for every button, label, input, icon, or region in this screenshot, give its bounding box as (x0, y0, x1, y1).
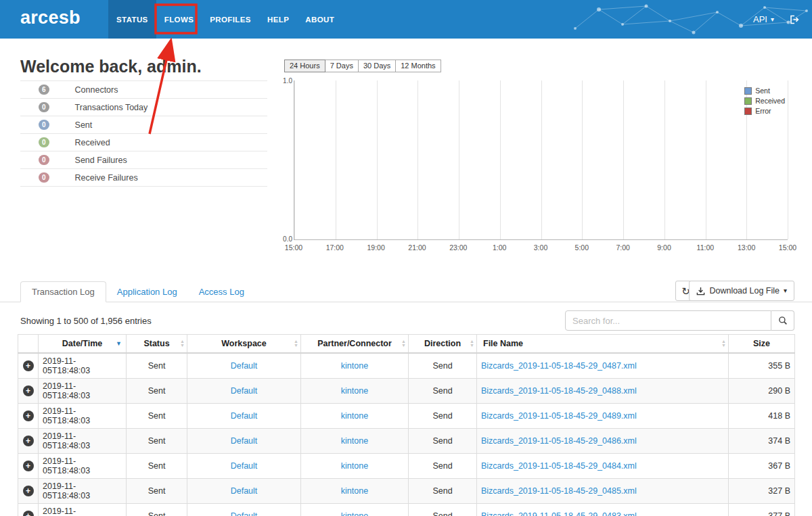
log-tab[interactable]: Application Log (106, 281, 188, 302)
download-log-button[interactable]: Download Log File ▾ (689, 281, 794, 301)
filename-cell: Bizcards_2019-11-05-18-45-29_0485.xml (477, 479, 729, 504)
expand-cell[interactable]: + (18, 504, 39, 516)
header-workspace[interactable]: Workspace ▲▼ (187, 335, 301, 354)
expand-cell[interactable]: + (18, 454, 39, 479)
expand-cell[interactable]: + (18, 379, 39, 404)
file-link[interactable]: Bizcards_2019-11-05-18-45-29_0488.xml (481, 386, 637, 396)
workspace-link[interactable]: Default (231, 511, 258, 516)
log-tab[interactable]: Transaction Log (20, 281, 106, 302)
x-axis-tick-label: 7:00 (616, 243, 629, 252)
direction-cell: Send (409, 379, 477, 404)
expand-cell[interactable]: + (18, 429, 39, 454)
partner-link[interactable]: kintone (341, 411, 368, 421)
expand-row-icon[interactable]: + (23, 411, 34, 421)
nav-item[interactable]: FLOWS (156, 0, 202, 39)
status-cell: Sent (127, 404, 187, 429)
expand-cell[interactable]: + (18, 479, 39, 504)
file-link[interactable]: Bizcards_2019-11-05-18-45-29_0486.xml (481, 436, 637, 446)
chart-legend: Sent Received Error (744, 87, 785, 117)
range-tab[interactable]: 24 Hours (284, 60, 325, 72)
transaction-log-table: Date/Time ▼ Status ▲▼ Workspace ▲▼ Partn… (18, 334, 795, 516)
expand-row-icon[interactable]: + (23, 385, 34, 396)
search-input[interactable] (565, 310, 771, 331)
stat-label: Sent (75, 120, 93, 130)
logout-button[interactable] (789, 14, 800, 25)
expand-row-icon[interactable]: + (23, 461, 34, 471)
header-file-name[interactable]: File Name ▲▼ (477, 335, 729, 354)
sort-icon[interactable]: ▲▼ (470, 339, 474, 348)
workspace-link[interactable]: Default (231, 486, 258, 496)
table-row: + 2019-11-05T18:48:03 Sent Default kinto… (18, 353, 795, 379)
header-size[interactable]: Size (729, 335, 795, 354)
header-status[interactable]: Status ▲▼ (127, 335, 187, 354)
brand-logo[interactable]: arcesb (20, 7, 81, 28)
expand-cell[interactable]: + (18, 404, 39, 429)
workspace-link[interactable]: Default (231, 411, 258, 421)
sort-icon[interactable]: ▲▼ (721, 339, 726, 348)
nav-item[interactable]: ABOUT (297, 0, 342, 39)
header-label: Workspace (221, 339, 266, 348)
api-menu[interactable]: API ▾ (753, 14, 774, 24)
stat-badge: 0 (39, 137, 49, 147)
partner-link[interactable]: kintone (341, 436, 368, 446)
size-cell: 290 B (729, 379, 795, 404)
range-tab[interactable]: 30 Days (358, 60, 396, 72)
legend-swatch (744, 97, 752, 105)
sort-icon[interactable]: ▲▼ (294, 339, 298, 348)
chart-gridline (664, 80, 665, 239)
x-axis-tick-label: 21:00 (408, 243, 426, 252)
x-axis-tick-label: 11:00 (697, 243, 715, 252)
sort-icon[interactable]: ▲▼ (401, 339, 406, 348)
filename-cell: Bizcards_2019-11-05-18-45-29_0487.xml (477, 353, 729, 379)
size-cell: 418 B (729, 404, 795, 429)
direction-cell: Send (409, 429, 477, 454)
header-partner-connector[interactable]: Partner/Connector ▲▼ (301, 335, 409, 354)
partner-link[interactable]: kintone (341, 386, 368, 396)
workspace-link[interactable]: Default (231, 361, 258, 371)
expand-row-icon[interactable]: + (23, 511, 34, 516)
workspace-link[interactable]: Default (231, 386, 258, 396)
partner-cell: kintone (301, 404, 409, 429)
expand-row-icon[interactable]: + (23, 486, 34, 496)
stat-label: Connectors (75, 85, 118, 95)
stats-list: 6 Connectors 0 Transactions Today 0 Sent… (20, 80, 267, 187)
legend-entry: Error (744, 107, 785, 115)
expand-row-icon[interactable]: + (23, 360, 34, 371)
range-tab[interactable]: 12 Months (395, 60, 441, 72)
y-axis-max-label: 1.0 (279, 77, 292, 85)
range-tab[interactable]: 7 Days (325, 60, 359, 72)
x-axis-tick-label: 17:00 (326, 243, 344, 252)
file-link[interactable]: Bizcards_2019-11-05-18-45-29_0487.xml (481, 361, 637, 371)
stat-label: Transactions Today (75, 103, 148, 112)
nav-item[interactable]: HELP (259, 0, 297, 39)
partner-link[interactable]: kintone (341, 361, 368, 371)
partner-link[interactable]: kintone (341, 486, 368, 496)
header-datetime[interactable]: Date/Time ▼ (39, 335, 127, 354)
file-link[interactable]: Bizcards_2019-11-05-18-45-29_0483.xml (481, 511, 637, 516)
partner-link[interactable]: kintone (341, 461, 368, 471)
partner-link[interactable]: kintone (341, 511, 368, 516)
log-tab[interactable]: Access Log (188, 281, 255, 302)
header-direction[interactable]: Direction ▲▼ (409, 335, 477, 354)
nav-item[interactable]: PROFILES (202, 0, 259, 39)
sort-icon[interactable]: ▲▼ (180, 339, 185, 348)
expand-cell[interactable]: + (18, 353, 39, 379)
workspace-cell: Default (187, 479, 301, 504)
datetime-cell: 2019-11-05T18:48:03 (39, 353, 127, 379)
workspace-link[interactable]: Default (231, 461, 258, 471)
file-link[interactable]: Bizcards_2019-11-05-18-45-29_0484.xml (481, 461, 637, 471)
status-cell: Sent (127, 379, 187, 404)
sort-desc-icon[interactable]: ▼ (116, 340, 122, 347)
stat-row: 0 Transactions Today (20, 99, 267, 116)
file-link[interactable]: Bizcards_2019-11-05-18-45-29_0489.xml (481, 411, 637, 421)
stat-label: Send Failures (75, 156, 127, 165)
header-expand (18, 335, 39, 354)
search-button[interactable] (771, 310, 794, 331)
stat-badge: 0 (39, 155, 49, 165)
expand-row-icon[interactable]: + (23, 436, 34, 446)
nav-item[interactable]: STATUS (108, 0, 156, 39)
header-label: Date/Time (62, 339, 103, 348)
workspace-cell: Default (187, 504, 301, 516)
workspace-link[interactable]: Default (231, 436, 258, 446)
file-link[interactable]: Bizcards_2019-11-05-18-45-29_0485.xml (481, 486, 637, 496)
